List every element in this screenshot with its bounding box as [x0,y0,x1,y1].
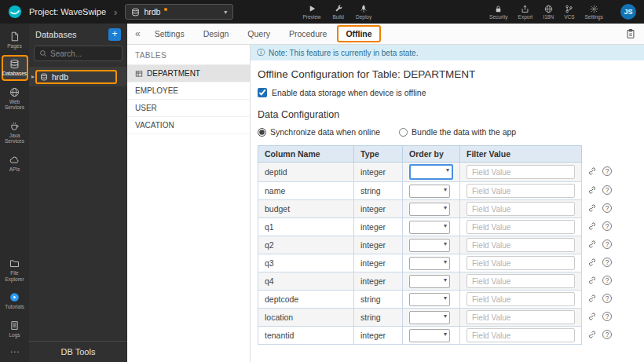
help-icon[interactable]: ? [602,258,612,267]
deploy-button[interactable]: Deploy [356,4,371,20]
tree-expand-icon[interactable]: ▸ [31,73,35,80]
link-icon[interactable] [587,166,597,176]
filter-value-input[interactable] [467,202,575,216]
filter-value-input[interactable] [467,238,575,252]
radio-synchronize-input[interactable] [258,128,266,137]
sidebar-item-pages[interactable]: Pages [2,27,28,53]
preview-label: Preview [302,14,320,20]
build-label: Build [333,14,344,20]
table-item-user[interactable]: USER [127,100,250,117]
tab-offline[interactable]: Offline [337,25,380,42]
help-icon[interactable]: ? [602,294,612,303]
filter-value-input[interactable] [467,292,575,306]
user-avatar[interactable]: JS [620,4,636,20]
order-by-select[interactable]: ▾ [409,257,450,270]
table-item-label: VACATION [135,121,174,130]
sidebar-item-databases[interactable]: Databases [2,55,28,80]
sidebar-item-file-explorer[interactable]: File Explorer [2,254,28,286]
link-icon[interactable] [587,240,597,249]
filter-value-input[interactable] [467,165,575,179]
db-tree-item-hrdb[interactable]: ▸ hrdb [29,67,127,86]
link-icon[interactable] [587,258,597,267]
tab-design[interactable]: Design [195,25,238,42]
link-icon[interactable] [587,312,597,321]
order-by-cell: ▾ [403,236,460,254]
sidebar-item-apis[interactable]: APIs [2,151,28,176]
order-by-select[interactable]: ▾ [409,275,450,288]
vcs-button[interactable]: VCS [564,5,574,20]
sidebar-item-java-services[interactable]: Java Services [2,117,28,148]
link-icon[interactable] [587,294,597,303]
column-type-cell: integer [354,236,403,254]
tab-query[interactable]: Query [239,25,279,42]
enable-offline-checkbox[interactable] [258,88,267,97]
radio-bundle-input[interactable] [399,128,408,137]
tab-procedure[interactable]: Procedure [280,25,335,42]
wavemaker-logo [8,5,22,19]
help-icon[interactable]: ? [602,221,612,231]
link-icon[interactable] [587,203,597,213]
link-icon[interactable] [587,276,597,285]
chevron-down-icon: ▾ [446,166,449,174]
sidebar-item-logs[interactable]: Logs [2,316,28,342]
order-by-select[interactable]: ▾ [409,293,450,306]
export-button[interactable]: Export [518,5,533,20]
column-name-cell: budget [258,200,354,218]
row-actions-cell: ? [582,272,618,291]
add-database-button[interactable]: + [108,28,121,41]
tab-settings[interactable]: Settings [146,25,193,42]
more-menu-button[interactable]: ⋯ [10,344,20,360]
i18n-button[interactable]: I18N [543,5,554,20]
link-icon[interactable] [587,185,597,195]
collapse-panel-button[interactable]: « [130,28,145,39]
help-icon[interactable]: ? [602,276,612,285]
link-icon[interactable] [587,330,597,339]
radio-synchronize-online[interactable]: Synchronize data when online [258,127,380,137]
beta-note-banner: ⓘ Note: This feature is currently in bet… [251,45,644,60]
table-item-employee[interactable]: EMPLOYEE [127,82,250,100]
sidebar-item-label: File Explorer [4,270,26,282]
settings-button[interactable]: Settings [585,5,604,20]
sidebar-item-tutorials[interactable]: Tutorials [2,288,28,313]
security-button[interactable]: Security [489,5,507,20]
column-type-cell: integer [354,327,403,345]
filter-value-cell [460,218,582,236]
order-by-select[interactable]: ▾ [409,185,450,198]
filter-value-input[interactable] [467,328,575,342]
build-button[interactable]: Build [333,4,344,20]
help-icon[interactable]: ? [602,185,612,195]
row-actions-cell: ? [582,163,618,182]
config-row: budget integer ▾ [258,200,618,218]
db-tools-button[interactable]: DB Tools [29,341,127,362]
help-icon[interactable]: ? [602,240,612,249]
database-search-input[interactable] [50,49,117,58]
preview-button[interactable]: Preview [302,4,320,20]
order-by-select[interactable]: ▾ [409,221,450,234]
gear-icon [590,5,598,13]
sidebar-item-label: Web Services [4,99,26,111]
database-icon [131,8,140,16]
radio-bundle-data[interactable]: Bundle the data with the app [399,127,516,137]
filter-value-input[interactable] [467,184,575,198]
filter-value-input[interactable] [467,220,575,234]
help-icon[interactable]: ? [602,312,612,321]
help-icon[interactable]: ? [602,203,612,213]
link-icon[interactable] [587,221,597,231]
order-by-select[interactable]: ▾ [409,311,450,324]
db-selector-dropdown[interactable]: hrdb ▾ [125,4,233,20]
build-icon [334,4,343,13]
order-by-select[interactable]: ▾ [409,329,450,342]
table-item-vacation[interactable]: VACATION [127,117,250,134]
folder-icon [9,258,20,269]
order-by-select[interactable]: ▾ [409,203,450,216]
table-item-department[interactable]: DEPARTMENT [127,65,250,82]
filter-value-input[interactable] [467,256,575,270]
sidebar-item-web-services[interactable]: Web Services [2,83,28,115]
filter-value-input[interactable] [467,310,575,324]
help-icon[interactable]: ? [602,330,612,339]
order-by-select[interactable]: ▾ [409,239,450,252]
order-by-select[interactable]: ▾ [409,164,453,180]
clipboard-icon[interactable] [625,28,641,39]
help-icon[interactable]: ? [602,166,612,176]
filter-value-input[interactable] [467,274,575,288]
